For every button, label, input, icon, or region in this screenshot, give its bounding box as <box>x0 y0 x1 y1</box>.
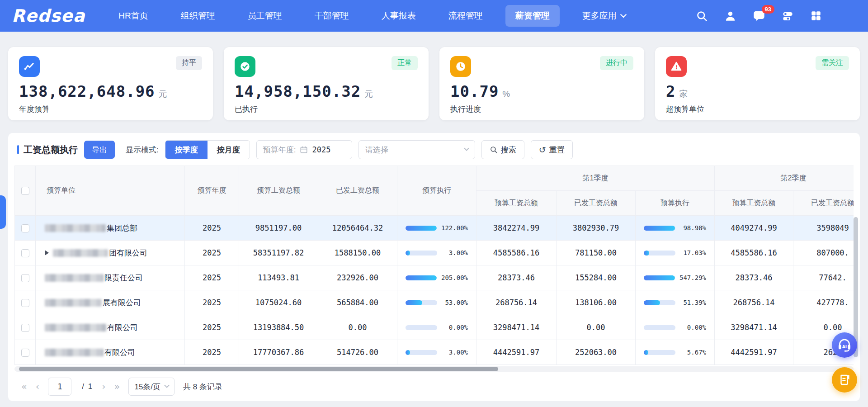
header-budget-unit: 预算单位 <box>36 166 185 216</box>
controls-icon[interactable] <box>782 10 794 22</box>
next-page-button[interactable]: › <box>102 381 105 392</box>
horizontal-scrollbar-thumb[interactable] <box>19 367 498 371</box>
progress-bar-fill <box>644 251 649 256</box>
table-row[interactable]: 展有限公司 2025 1075024.60 565884.00 53.00% 2… <box>15 290 854 315</box>
reset-button[interactable]: ↺ 重置 <box>531 140 573 159</box>
redacted-company-name <box>45 299 102 307</box>
table-row[interactable]: 有限公司 2025 17770367.86 514726.00 3.00% 44… <box>15 340 854 365</box>
table-header: 预算单位 预算年度 预算工资总额 已发工资总额 预算执行 第1季度 第2季度 预… <box>15 166 854 216</box>
progress-percent: 53.00% <box>442 299 468 306</box>
nav-menu: HR首页 组织管理 员工管理 干部管理 人事报表 流程管理 薪资管理 更多应用 <box>108 5 635 27</box>
year-prefix-label: 预算年度: <box>263 145 296 155</box>
cell-q1-progress: 0.00% <box>636 315 715 340</box>
nav-item-org[interactable]: 组织管理 <box>171 5 225 27</box>
unit-select[interactable]: 请选择 <box>359 140 475 159</box>
cell-q1-progress: 98.98% <box>636 216 715 241</box>
progress-bar <box>644 350 675 355</box>
search-button[interactable]: 搜索 <box>481 140 524 159</box>
row-checkbox[interactable] <box>21 299 29 307</box>
row-checkbox[interactable] <box>21 324 29 332</box>
report-doc-icon <box>838 373 851 387</box>
card-unit: % <box>502 89 510 99</box>
nav-item-report[interactable]: 人事报表 <box>372 5 426 27</box>
row-checkbox-cell <box>15 265 36 290</box>
cell-q1-budget: 28373.46 <box>476 265 557 290</box>
report-button[interactable] <box>832 367 857 393</box>
table-row[interactable]: 限责任公司 2025 113493.81 232926.00 205.00% 2… <box>15 265 854 290</box>
total-records-label: 共 8 条记录 <box>183 382 222 392</box>
progress-bar <box>406 350 437 355</box>
table-row[interactable]: 团有限公司 2025 58351197.82 1588150.00 3.00% … <box>15 241 854 265</box>
progress-bar-fill <box>644 300 660 305</box>
avatar[interactable] <box>838 7 856 25</box>
row-checkbox[interactable] <box>21 274 29 282</box>
nav-item-process[interactable]: 流程管理 <box>439 5 493 27</box>
cell-budget-year: 2025 <box>185 340 239 365</box>
top-nav: Redsea HR首页 组织管理 员工管理 干部管理 人事报表 流程管理 薪资管… <box>0 0 868 32</box>
redacted-company-name <box>45 224 106 232</box>
card-executed: 正常 14,958,150.32元 已执行 <box>224 47 429 120</box>
title-accent-bar <box>17 145 19 154</box>
cell-budget-unit: 团有限公司 <box>36 241 185 265</box>
reset-icon: ↺ <box>539 145 546 155</box>
first-page-button[interactable]: « <box>21 381 27 392</box>
progress-percent: 3.00% <box>442 349 468 356</box>
cell-budget-unit: 有限公司 <box>36 340 185 365</box>
budget-year-input[interactable]: 预算年度: 2025 <box>256 140 352 159</box>
cell-q1-budget: 4442591.97 <box>476 340 557 365</box>
card-value: 10.79% <box>450 82 633 100</box>
progress-bar-fill <box>644 226 675 231</box>
cell-budget-total: 17770367.86 <box>239 340 318 365</box>
export-button[interactable]: 导出 <box>84 141 115 159</box>
drawer-handle[interactable] <box>0 195 6 229</box>
cell-paid-total: 565884.00 <box>318 290 397 315</box>
page-size-select[interactable]: 15条/页 <box>128 378 175 396</box>
search-icon[interactable] <box>696 10 708 22</box>
company-name-suffix: 有限公司 <box>107 323 138 332</box>
cell-q1-budget: 268756.14 <box>476 290 557 315</box>
header-budget-year: 预算年度 <box>185 166 239 216</box>
cell-exec-progress: 3.00% <box>397 241 476 265</box>
check-circle-icon <box>235 56 255 77</box>
nav-item-hr-home[interactable]: HR首页 <box>108 5 158 27</box>
ai-assistant-button[interactable]: AI <box>832 332 857 358</box>
card-unit: 元 <box>364 88 373 100</box>
trend-line-icon <box>19 56 40 77</box>
cell-q1-paid: 3802930.79 <box>557 216 636 241</box>
expand-arrow-icon[interactable] <box>45 250 49 256</box>
mode-month-option[interactable]: 按月度 <box>208 141 250 159</box>
cell-q1-paid: 781150.00 <box>557 241 636 265</box>
last-page-button[interactable]: » <box>114 381 120 392</box>
svg-text:AI: AI <box>842 345 847 349</box>
grid-apps-icon[interactable] <box>810 10 822 22</box>
row-checkbox[interactable] <box>21 349 29 357</box>
mode-quarter-option[interactable]: 按季度 <box>165 141 208 159</box>
cell-budget-year: 2025 <box>185 290 239 315</box>
row-checkbox[interactable] <box>21 224 29 232</box>
nav-item-more-apps[interactable]: 更多应用 <box>572 5 636 27</box>
row-checkbox-cell <box>15 340 36 365</box>
current-page-input[interactable]: 1 <box>48 378 71 396</box>
cell-q1-progress: 5.67% <box>636 340 715 365</box>
progress-bar-fill <box>644 275 675 280</box>
table-row[interactable]: 有限公司 2025 13193884.50 0.00 0.00% 3298471… <box>15 315 854 340</box>
row-checkbox-cell <box>15 241 36 265</box>
message-icon[interactable]: 93 <box>753 9 765 22</box>
row-checkbox[interactable] <box>21 249 29 257</box>
cell-q1-progress: 17.03% <box>636 241 715 265</box>
select-all-checkbox[interactable] <box>21 187 29 195</box>
header-checkbox-cell <box>15 166 36 216</box>
card-value: 2家 <box>666 82 849 100</box>
prev-page-button[interactable]: ‹ <box>36 381 39 392</box>
nav-item-cadre[interactable]: 干部管理 <box>305 5 359 27</box>
table-row[interactable]: 集团总部 2025 9851197.00 12056464.32 122.00%… <box>15 216 854 241</box>
select-placeholder: 请选择 <box>365 145 388 155</box>
vertical-scrollbar-thumb[interactable] <box>854 217 858 357</box>
progress-bar-fill <box>406 300 422 305</box>
nav-item-salary[interactable]: 薪资管理 <box>505 5 560 27</box>
company-name-suffix: 限责任公司 <box>104 274 143 282</box>
header-q2-group: 第2季度 <box>715 166 854 191</box>
user-icon[interactable] <box>724 10 736 22</box>
nav-item-employee[interactable]: 员工管理 <box>238 5 292 27</box>
progress-percent: 547.29% <box>679 274 706 281</box>
